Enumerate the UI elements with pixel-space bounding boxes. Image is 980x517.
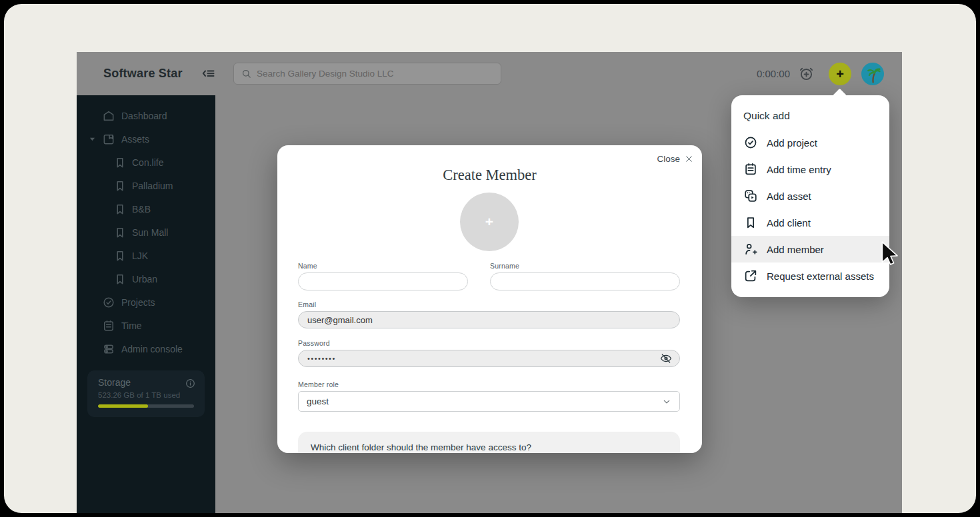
sidebar-item-admin-console[interactable]: Admin console xyxy=(77,337,215,360)
member-role-label: Member role xyxy=(298,380,339,388)
quick-add-item-add-client[interactable]: Add client xyxy=(731,209,889,236)
bookmark-icon xyxy=(743,215,758,230)
sidebar-item-folder-conlife[interactable]: Con.life xyxy=(77,151,215,174)
storage-title: Storage xyxy=(98,377,194,388)
create-member-modal: Close Create Member + Name Surname Email… xyxy=(277,145,702,453)
sidebar-item-label: Dashboard xyxy=(121,111,167,121)
email-field[interactable] xyxy=(298,311,680,328)
menu-item-label: Request external assets xyxy=(767,270,874,282)
sidebar-item-assets[interactable]: Assets xyxy=(77,127,215,151)
topbar: Software Star 0:00:00 + xyxy=(77,52,902,95)
mouse-cursor xyxy=(879,241,901,269)
eye-off-icon[interactable] xyxy=(659,352,673,365)
menu-item-label: Add time entry xyxy=(767,164,831,175)
search-input[interactable] xyxy=(257,69,494,79)
user-avatar[interactable] xyxy=(861,63,884,85)
quick-add-item-request-external-assets[interactable]: Request external assets xyxy=(731,262,889,289)
storage-progress-track xyxy=(98,404,194,408)
password-field[interactable] xyxy=(298,350,680,367)
chevron-down-icon xyxy=(661,396,672,407)
quick-add-item-add-project[interactable]: Add project xyxy=(731,129,889,156)
sidebar-item-label: Sun Mall xyxy=(132,227,168,238)
storage-progress-fill xyxy=(98,404,148,408)
timer-display: 0:00:00 xyxy=(757,68,790,79)
plus-icon: + xyxy=(485,214,493,230)
password-label: Password xyxy=(298,339,330,347)
sidebar-item-label: B&B xyxy=(132,204,151,215)
sidebar-item-folder-palladium[interactable]: Palladium xyxy=(77,174,215,197)
sidebar: Dashboard Assets Con.life xyxy=(77,95,215,513)
quick-add-item-add-member[interactable]: Add member xyxy=(731,236,889,262)
menu-item-label: Add member xyxy=(767,244,824,255)
calendar-icon xyxy=(102,319,115,332)
quick-add-item-add-time-entry[interactable]: Add time entry xyxy=(731,156,889,183)
sidebar-item-dashboard[interactable]: Dashboard xyxy=(77,104,215,127)
close-button[interactable]: Close xyxy=(657,154,693,164)
quick-add-title: Quick add xyxy=(731,95,889,122)
sidebar-item-label: Time xyxy=(121,320,142,331)
sidebar-item-label: Projects xyxy=(121,297,155,308)
sidebar-item-label: LJK xyxy=(132,251,148,261)
bookmark-icon xyxy=(113,203,127,216)
avatar-upload-button[interactable]: + xyxy=(460,193,519,251)
sidebar-item-folder-sunmall[interactable]: Sun Mall xyxy=(77,221,215,244)
storage-usage: 523.26 GB of 1 TB used xyxy=(98,391,194,399)
check-circle-icon xyxy=(102,296,115,309)
toggles-icon xyxy=(102,342,115,356)
timer-group: 0:00:00 xyxy=(757,52,815,95)
member-role-select[interactable]: guest xyxy=(298,391,680,412)
sidebar-item-projects[interactable]: Projects xyxy=(77,290,215,314)
email-label: Email xyxy=(298,300,316,308)
menu-item-label: Add project xyxy=(767,137,817,149)
assets-icon xyxy=(102,133,115,146)
sidebar-item-label: Urban xyxy=(132,274,157,284)
bookmark-icon xyxy=(113,179,127,193)
sidebar-item-time[interactable]: Time xyxy=(77,314,215,337)
outer-frame: Software Star 0:00:00 + xyxy=(4,4,976,513)
name-field[interactable] xyxy=(298,272,468,290)
app-logo: Software Star xyxy=(103,52,183,95)
palm-tree-icon xyxy=(863,64,883,84)
client-folder-question-panel: Which client folder should the member ha… xyxy=(298,432,680,453)
bookmark-icon xyxy=(113,226,127,239)
quick-add-button[interactable]: + xyxy=(829,63,851,85)
menu-item-label: Add client xyxy=(767,217,811,229)
home-icon xyxy=(102,109,115,123)
info-icon[interactable] xyxy=(185,378,196,389)
menu-item-label: Add asset xyxy=(767,191,811,202)
sidebar-item-label: Con.life xyxy=(132,157,163,168)
close-label: Close xyxy=(657,154,680,164)
storage-card: Storage 523.26 GB of 1 TB used xyxy=(87,370,205,417)
external-link-icon xyxy=(743,268,758,283)
chevron-down-icon xyxy=(89,137,95,142)
close-icon xyxy=(685,155,693,163)
person-plus-icon xyxy=(743,242,758,257)
sidebar-item-label: Assets xyxy=(121,134,149,145)
name-label: Name xyxy=(298,262,317,270)
modal-title: Create Member xyxy=(277,167,702,184)
search-bar[interactable] xyxy=(233,63,501,85)
member-role-value: guest xyxy=(307,396,329,406)
search-icon xyxy=(241,68,252,79)
quick-add-popover: Quick add Add project Add time entry xyxy=(731,95,889,297)
sidebar-item-label: Admin console xyxy=(121,344,183,354)
plus-icon: + xyxy=(836,67,844,82)
surname-label: Surname xyxy=(490,262,519,270)
calendar-icon xyxy=(743,162,758,177)
bookmark-icon xyxy=(113,272,127,286)
sidebar-item-folder-urban[interactable]: Urban xyxy=(77,267,215,290)
media-copies-icon xyxy=(743,189,758,203)
bookmark-icon xyxy=(113,156,127,169)
collapse-sidebar-icon[interactable] xyxy=(201,66,217,82)
bookmark-icon xyxy=(113,249,127,262)
sidebar-item-label: Palladium xyxy=(132,181,173,191)
sidebar-item-folder-bb[interactable]: B&B xyxy=(77,197,215,221)
quick-add-item-add-asset[interactable]: Add asset xyxy=(731,183,889,209)
surname-field[interactable] xyxy=(490,272,680,290)
sidebar-item-folder-ljk[interactable]: LJK xyxy=(77,244,215,267)
check-circle-icon xyxy=(743,135,758,150)
alarm-plus-icon[interactable] xyxy=(798,65,815,82)
client-folder-question: Which client folder should the member ha… xyxy=(311,442,531,452)
app-window: Software Star 0:00:00 + xyxy=(77,52,902,513)
password-field-wrap xyxy=(298,350,680,367)
